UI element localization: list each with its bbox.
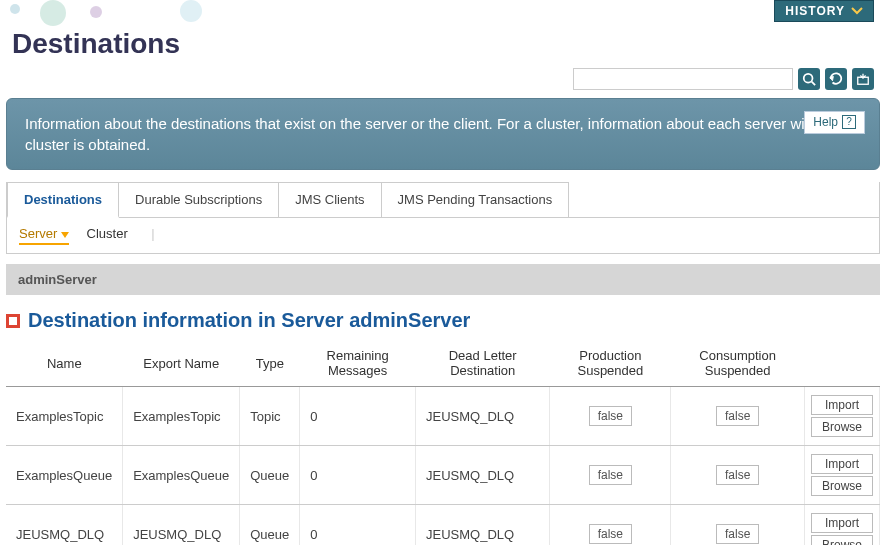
badge-prod: false	[589, 465, 632, 485]
help-icon: ?	[842, 115, 856, 129]
cell-name: ExamplesQueue	[6, 446, 123, 505]
decorative-dot	[180, 0, 202, 22]
cell-remaining: 0	[300, 505, 416, 546]
section-icon	[6, 314, 20, 328]
cell-type: Topic	[240, 387, 300, 446]
cell-prod-susp: false	[550, 446, 671, 505]
import-button[interactable]: Import	[811, 395, 873, 415]
badge-cons: false	[716, 524, 759, 544]
chevron-down-icon	[851, 7, 863, 15]
decorative-dot	[10, 4, 20, 14]
badge-cons: false	[716, 406, 759, 426]
info-text: Information about the destinations that …	[25, 115, 854, 153]
col-prod-susp: Production Suspended	[550, 340, 671, 387]
cell-remaining: 0	[300, 446, 416, 505]
page-title: Destinations	[0, 28, 886, 68]
subtabs: Server Cluster |	[7, 218, 879, 253]
cell-cons-susp: false	[671, 505, 805, 546]
xml-icon	[856, 72, 870, 86]
browse-button[interactable]: Browse	[811, 535, 873, 545]
browse-button[interactable]: Browse	[811, 476, 873, 496]
svg-point-0	[804, 74, 813, 83]
cell-cons-susp: false	[671, 387, 805, 446]
separator: |	[151, 226, 154, 241]
table-row: JEUSMQ_DLQJEUSMQ_DLQQueue0JEUSMQ_DLQfals…	[6, 505, 880, 546]
tab-durable-subscriptions[interactable]: Durable Subscriptions	[119, 182, 279, 217]
history-button[interactable]: HISTORY	[774, 0, 874, 22]
caret-down-icon	[61, 226, 69, 241]
search-button[interactable]	[798, 68, 820, 90]
history-label: HISTORY	[785, 4, 845, 18]
import-button[interactable]: Import	[811, 513, 873, 533]
cell-dld: JEUSMQ_DLQ	[415, 387, 549, 446]
badge-prod: false	[589, 524, 632, 544]
cell-dld: JEUSMQ_DLQ	[415, 505, 549, 546]
import-button[interactable]: Import	[811, 454, 873, 474]
subtab-server-label: Server	[19, 226, 57, 241]
cell-export-name: JEUSMQ_DLQ	[123, 505, 240, 546]
cell-prod-susp: false	[550, 505, 671, 546]
cell-actions: ImportBrowse	[804, 446, 879, 505]
refresh-button[interactable]	[825, 68, 847, 90]
table-row: ExamplesQueueExamplesQueueQueue0JEUSMQ_D…	[6, 446, 880, 505]
col-name: Name	[6, 340, 123, 387]
help-button[interactable]: Help ?	[804, 111, 865, 134]
refresh-icon	[829, 72, 843, 86]
cell-type: Queue	[240, 446, 300, 505]
svg-marker-4	[61, 232, 69, 238]
search-input[interactable]	[573, 68, 793, 90]
tabs: Destinations Durable Subscriptions JMS C…	[7, 182, 879, 218]
tab-jms-clients[interactable]: JMS Clients	[279, 182, 381, 217]
svg-marker-2	[830, 76, 834, 80]
help-label: Help	[813, 114, 838, 131]
decorative-dot	[40, 0, 66, 26]
badge-cons: false	[716, 465, 759, 485]
cell-remaining: 0	[300, 387, 416, 446]
browse-button[interactable]: Browse	[811, 417, 873, 437]
destinations-table: Name Export Name Type Remaining Messages…	[6, 340, 880, 545]
col-export-name: Export Name	[123, 340, 240, 387]
cell-dld: JEUSMQ_DLQ	[415, 446, 549, 505]
server-name-bar: adminServer	[6, 264, 880, 295]
cell-type: Queue	[240, 505, 300, 546]
info-panel: Information about the destinations that …	[6, 98, 880, 170]
search-icon	[802, 72, 816, 86]
cell-cons-susp: false	[671, 446, 805, 505]
badge-prod: false	[589, 406, 632, 426]
cell-name: ExamplesTopic	[6, 387, 123, 446]
cell-name: JEUSMQ_DLQ	[6, 505, 123, 546]
col-actions	[804, 340, 879, 387]
decorative-dot	[90, 6, 102, 18]
col-type: Type	[240, 340, 300, 387]
subtab-server[interactable]: Server	[19, 226, 69, 245]
subtab-cluster[interactable]: Cluster	[87, 226, 128, 241]
table-row: ExamplesTopicExamplesTopicTopic0JEUSMQ_D…	[6, 387, 880, 446]
section-title-text: Destination information in Server adminS…	[28, 309, 470, 332]
col-dld: Dead Letter Destination	[415, 340, 549, 387]
cell-export-name: ExamplesQueue	[123, 446, 240, 505]
cell-actions: ImportBrowse	[804, 387, 879, 446]
col-remaining: Remaining Messages	[300, 340, 416, 387]
cell-actions: ImportBrowse	[804, 505, 879, 546]
cell-prod-susp: false	[550, 387, 671, 446]
export-xml-button[interactable]	[852, 68, 874, 90]
cell-export-name: ExamplesTopic	[123, 387, 240, 446]
tab-jms-pending-transactions[interactable]: JMS Pending Transactions	[382, 182, 570, 217]
tab-destinations[interactable]: Destinations	[7, 182, 119, 218]
section-title: Destination information in Server adminS…	[6, 309, 880, 332]
svg-line-1	[812, 82, 816, 86]
toolbar	[0, 68, 886, 98]
col-cons-susp: Consumption Suspended	[671, 340, 805, 387]
